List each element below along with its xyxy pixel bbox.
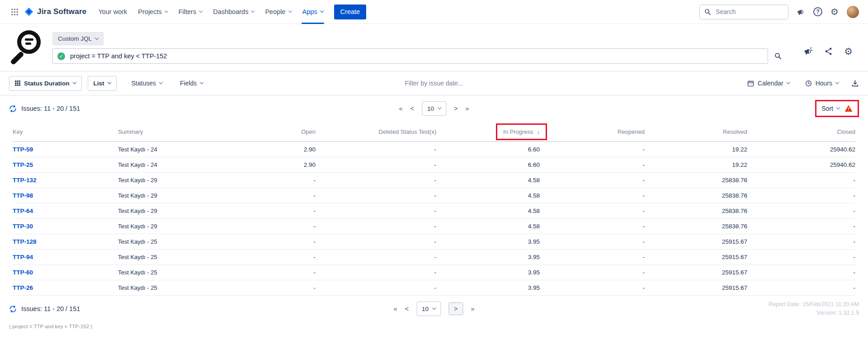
nav-item-your-work[interactable]: Your work <box>93 0 132 24</box>
view-type-dropdown[interactable]: List <box>88 76 117 91</box>
column-header-resolved[interactable]: Resolved <box>645 122 747 142</box>
issue-key-link[interactable]: TTP-59 <box>13 146 33 153</box>
nav-item-filters[interactable]: Filters <box>173 0 208 24</box>
calendar-dropdown[interactable]: Calendar <box>745 79 793 87</box>
cell-summary: Test Kaydı - 29 <box>118 203 210 219</box>
fields-dropdown[interactable]: Fields <box>177 79 206 87</box>
sort-dropdown[interactable]: Sort <box>821 105 840 112</box>
column-header-in-progress[interactable]: In Progress ↓ <box>436 122 540 142</box>
jql-input-wrap: ✓ <box>52 48 768 64</box>
table-header-row: Key Summary Open Deleted Status Test(x) … <box>13 122 855 142</box>
settings-icon[interactable]: ⚙ <box>844 47 853 56</box>
issue-row: TTP-60Test Kaydı - 25--3.95-25915.67- <box>13 265 855 280</box>
hours-dropdown[interactable]: Hours <box>802 79 841 87</box>
cell-open: - <box>210 280 316 296</box>
pagination-next-button[interactable]: > <box>454 105 458 112</box>
report-meta: Report Date: 15/Feb/2021 11:20 AM Versio… <box>769 300 859 318</box>
page-size-select[interactable]: 10 <box>416 302 441 316</box>
refresh-icon[interactable] <box>9 305 17 313</box>
date-filter <box>380 79 488 87</box>
issue-key-link[interactable]: TTP-26 <box>13 284 33 291</box>
column-header-open[interactable]: Open <box>210 122 316 142</box>
app-switcher-icon[interactable] <box>9 6 20 18</box>
date-filter-input[interactable] <box>380 79 488 87</box>
nav-item-apps[interactable]: Apps <box>297 0 329 24</box>
pagination-last-button[interactable]: » <box>471 305 474 312</box>
query-column: Custom JQL ✓ <box>52 30 783 66</box>
cell-open: - <box>210 265 316 280</box>
column-header-deleted-status-test[interactable]: Deleted Status Test(x) <box>316 122 436 142</box>
issue-key-link[interactable]: TTP-25 <box>13 161 33 168</box>
nav-item-people[interactable]: People <box>259 0 297 24</box>
export-icon[interactable] <box>851 80 859 87</box>
statuses-dropdown[interactable]: Statuses <box>129 79 165 87</box>
pagination-next-button[interactable]: > <box>448 302 463 315</box>
nav-item-label: People <box>265 8 285 15</box>
sort-warning-icon[interactable] <box>844 105 853 112</box>
chevron-down-icon <box>72 80 76 84</box>
share-icon[interactable] <box>824 47 833 56</box>
hours-label: Hours <box>816 80 832 87</box>
cell-closed: - <box>747 173 855 188</box>
issue-key-link[interactable]: TTP-128 <box>13 238 37 245</box>
cell-deleted-status-test-x: - <box>316 142 436 157</box>
chevron-down-icon <box>835 80 839 84</box>
cell-summary: Test Kaydı - 29 <box>118 219 210 234</box>
issue-key-link[interactable]: TTP-30 <box>13 223 33 230</box>
issue-row: TTP-30Test Kaydı - 29--4.58-25838.76- <box>13 219 855 234</box>
jql-row: ✓ <box>52 48 783 64</box>
jira-logo[interactable]: Jira Software <box>24 7 86 17</box>
chevron-down-icon <box>95 36 99 39</box>
cell-key: TTP-94 <box>13 250 118 265</box>
refresh-icon[interactable] <box>9 105 17 113</box>
results-bar-bottom: Issues: 11 - 20 / 151 « < 10 > » Report … <box>0 296 868 322</box>
cell-reopened: - <box>540 280 645 296</box>
jql-search-button[interactable] <box>773 51 783 61</box>
cell-in-progress: 6.60 <box>436 157 540 173</box>
chevron-down-icon <box>438 106 441 109</box>
issue-key-link[interactable]: TTP-94 <box>13 254 33 260</box>
cell-key: TTP-59 <box>13 142 118 157</box>
whats-new-icon[interactable] <box>803 47 813 56</box>
navbar-search[interactable] <box>699 5 788 19</box>
column-header-key[interactable]: Key <box>13 122 118 142</box>
issue-row: TTP-132Test Kaydı - 29--4.58-25838.76- <box>13 173 855 188</box>
column-header-reopened[interactable]: Reopened <box>540 122 645 142</box>
pagination-bottom: « < 10 > » <box>393 302 474 316</box>
sort-annotation-box: Sort <box>815 100 859 117</box>
cell-summary: Test Kaydı - 24 <box>118 142 210 157</box>
pagination-first-button[interactable]: « <box>399 105 402 112</box>
jql-mode-dropdown[interactable]: Custom JQL <box>52 32 104 45</box>
cell-summary: Test Kaydı - 24 <box>118 157 210 173</box>
help-icon[interactable]: ? <box>813 7 822 16</box>
cell-summary: Test Kaydı - 29 <box>118 188 210 203</box>
nav-item-dashboards[interactable]: Dashboards <box>208 0 259 24</box>
megaphone-icon[interactable] <box>797 8 805 16</box>
pagination-last-button[interactable]: » <box>465 105 469 112</box>
pagination-prev-button[interactable]: < <box>410 105 414 112</box>
pagination-first-button[interactable]: « <box>393 305 397 312</box>
cell-closed: - <box>747 280 855 296</box>
issue-key-link[interactable]: TTP-98 <box>13 192 33 199</box>
column-header-summary[interactable]: Summary <box>118 122 210 142</box>
report-type-dropdown[interactable]: Status Duration <box>9 76 82 91</box>
jql-echo: ( project = TTP and key < TTP-152 ) <box>0 322 868 329</box>
column-header-closed[interactable]: Closed <box>747 122 855 142</box>
jql-input[interactable] <box>69 52 763 60</box>
results-bar-top: Issues: 11 - 20 / 151 « < 10 > » Sort <box>0 95 868 122</box>
nav-item-projects[interactable]: Projects <box>132 0 173 24</box>
gear-icon[interactable]: ⚙ <box>830 7 839 16</box>
issue-key-link[interactable]: TTP-132 <box>13 177 37 184</box>
page-size-select[interactable]: 10 <box>422 101 446 116</box>
pagination-prev-button[interactable]: < <box>405 305 409 312</box>
cell-resolved: 25838.76 <box>645 173 747 188</box>
avatar[interactable] <box>847 6 859 18</box>
magnifier-handle <box>10 51 24 66</box>
create-button[interactable]: Create <box>334 5 367 19</box>
navbar-search-input[interactable] <box>715 8 783 16</box>
cell-reopened: - <box>540 203 645 219</box>
issue-key-link[interactable]: TTP-60 <box>13 269 33 276</box>
issue-key-link[interactable]: TTP-64 <box>13 208 33 214</box>
cell-reopened: - <box>540 265 645 280</box>
magnifier-glass <box>17 30 41 54</box>
